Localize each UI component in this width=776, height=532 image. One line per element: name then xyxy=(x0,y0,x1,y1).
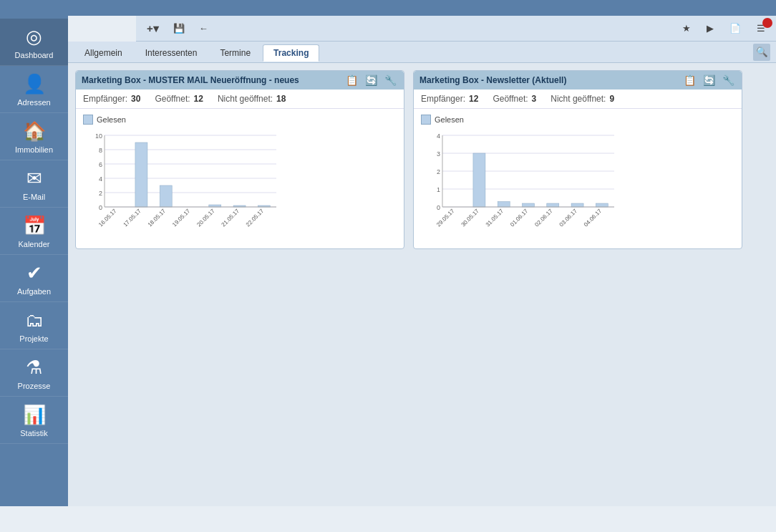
svg-text:03.06.17: 03.06.17 xyxy=(558,208,579,228)
mbox-settings-btn[interactable]: 🔧 xyxy=(383,74,398,86)
sidebar-item-immobilien[interactable]: 🏠Immobilien xyxy=(0,113,68,160)
sidebar-item-prozesse[interactable]: ⚗Prozesse xyxy=(0,349,68,397)
mbox-chart-area: Gelesen 0123429.05.1730.05.1731.05.1701.… xyxy=(414,109,742,246)
tabs-bar: AllgemeinInteressentenTermineTracking🔍 xyxy=(68,42,776,63)
sidebar-label-projekte: Projekte xyxy=(19,334,48,343)
svg-text:19.05.17: 19.05.17 xyxy=(171,208,192,228)
svg-rect-40 xyxy=(498,202,510,208)
sidebar-item-projekte[interactable]: 🗂Projekte xyxy=(0,302,68,349)
mbox-actions: 📋 🔄 🔧 xyxy=(344,74,398,86)
svg-text:20.05.17: 20.05.17 xyxy=(195,208,216,228)
svg-text:8: 8 xyxy=(99,147,102,154)
statistik-icon: 📊 xyxy=(23,404,46,426)
mbox-stats: Empfänger: 30 Geöffnet: 12 Nicht geöffne… xyxy=(76,90,404,109)
chart-svg: 0123429.05.1730.05.1731.05.1701.06.1702.… xyxy=(421,128,621,243)
svg-text:01.06.17: 01.06.17 xyxy=(509,208,530,228)
mbox-copy-btn[interactable]: 📋 xyxy=(682,74,697,86)
sidebar-label-kalender: Kalender xyxy=(18,240,49,248)
toolbar-right: ★ ▶ 📄 ☰ xyxy=(677,20,770,37)
svg-rect-39 xyxy=(473,153,485,207)
mbox-empfaenger: Empfänger: 12 xyxy=(421,94,478,104)
sidebar-item-dashboard[interactable]: ◎Dashboard xyxy=(0,19,68,66)
sidebar-label-statistik: Statistik xyxy=(20,429,48,437)
add-button[interactable]: +▾ xyxy=(142,19,164,38)
nicht-geoeffnet-label: Nicht geöffnet: xyxy=(551,94,606,104)
menu-button[interactable]: ☰ xyxy=(752,20,770,37)
sidebar-label-aufgaben: Aufgaben xyxy=(17,287,51,296)
mbox-title: Marketing Box - MUSTER MAIL Neueröffnung… xyxy=(82,75,344,85)
svg-text:2: 2 xyxy=(99,190,102,197)
svg-text:2: 2 xyxy=(437,168,440,175)
empfaenger-label: Empfänger: xyxy=(421,94,465,104)
sidebar-label-immobilien: Immobilien xyxy=(15,145,53,154)
svg-rect-14 xyxy=(160,185,172,207)
svg-text:4: 4 xyxy=(437,132,440,140)
tab-termine[interactable]: Termine xyxy=(209,44,261,61)
sidebar-item-aufgaben[interactable]: ✔Aufgaben xyxy=(0,255,68,302)
tab-interessenten[interactable]: Interessenten xyxy=(135,44,208,61)
legend-color-box xyxy=(83,115,93,125)
tab-allgemein[interactable]: Allgemein xyxy=(74,44,133,61)
svg-text:0: 0 xyxy=(437,204,440,211)
svg-text:17.05.17: 17.05.17 xyxy=(122,208,142,228)
svg-text:22.05.17: 22.05.17 xyxy=(245,208,266,228)
star-button[interactable]: ★ xyxy=(677,20,696,37)
kalender-icon: 📅 xyxy=(23,215,46,237)
chart-svg: 024681016.05.1717.05.1718.05.1719.05.172… xyxy=(83,128,283,243)
mbox-chart-area: Gelesen 024681016.05.1717.05.1718.05.171… xyxy=(76,109,404,246)
topbar xyxy=(0,0,776,16)
save-button[interactable]: 💾 xyxy=(168,20,190,37)
mbox-nicht-geoeffnet: Nicht geöffnet: 18 xyxy=(218,94,286,104)
nicht-geoeffnet-value: 9 xyxy=(609,94,614,104)
toolbar: +▾ 💾 ← ★ ▶ 📄 ☰ xyxy=(136,16,776,42)
menu-badge xyxy=(762,18,772,28)
chart-legend: Gelesen xyxy=(421,115,734,125)
sidebar-item-email[interactable]: ✉E-Mail xyxy=(0,160,68,208)
tab-search-button[interactable]: 🔍 xyxy=(753,44,770,61)
svg-text:6: 6 xyxy=(99,161,102,168)
empfaenger-value: 30 xyxy=(131,94,140,104)
mbox-geoeffnet: Geöffnet: 12 xyxy=(155,94,203,104)
doc-button[interactable]: 📄 xyxy=(724,20,746,37)
aufgaben-icon: ✔ xyxy=(26,262,42,284)
sidebar-item-statistik[interactable]: 📊Statistik xyxy=(0,397,68,444)
svg-text:04.06.17: 04.06.17 xyxy=(583,208,603,228)
adressen-icon: 👤 xyxy=(23,73,46,95)
svg-rect-42 xyxy=(547,203,559,207)
empfaenger-label: Empfänger: xyxy=(83,94,127,104)
mbox-settings-btn[interactable]: 🔧 xyxy=(721,74,736,86)
svg-text:3: 3 xyxy=(437,150,440,158)
mbox-nicht-geoeffnet: Nicht geöffnet: 9 xyxy=(551,94,614,104)
prozesse-icon: ⚗ xyxy=(26,357,42,379)
marketing-box-box2: Marketing Box - Newsletter (Aktuell) 📋 🔄… xyxy=(413,70,742,249)
mbox-title: Marketing Box - Newsletter (Aktuell) xyxy=(419,75,682,85)
sidebar-item-adressen[interactable]: 👤Adressen xyxy=(0,66,68,113)
nicht-geoeffnet-value: 18 xyxy=(276,94,286,104)
svg-text:30.05.17: 30.05.17 xyxy=(460,208,480,228)
svg-text:21.05.17: 21.05.17 xyxy=(220,208,241,228)
legend-color-box xyxy=(421,115,431,125)
svg-text:0: 0 xyxy=(99,204,102,211)
svg-rect-44 xyxy=(596,203,608,207)
mbox-header: Marketing Box - Newsletter (Aktuell) 📋 🔄… xyxy=(414,71,742,90)
svg-text:10: 10 xyxy=(95,132,102,140)
sidebar-label-dashboard: Dashboard xyxy=(15,51,54,59)
email-icon: ✉ xyxy=(26,168,42,190)
mbox-refresh-btn[interactable]: 🔄 xyxy=(364,74,379,86)
mbox-stats: Empfänger: 12 Geöffnet: 3 Nicht geöffnet… xyxy=(414,90,742,109)
mbox-header: Marketing Box - MUSTER MAIL Neueröffnung… xyxy=(76,71,404,90)
sidebar-item-kalender[interactable]: 📅Kalender xyxy=(0,208,68,255)
mbox-refresh-btn[interactable]: 🔄 xyxy=(702,74,717,86)
back-button[interactable]: ← xyxy=(194,20,213,37)
mbox-copy-btn[interactable]: 📋 xyxy=(344,74,359,86)
geoeffnet-label: Geöffnet: xyxy=(493,94,528,104)
svg-text:4: 4 xyxy=(99,175,102,183)
main-area: +▾ 💾 ← ★ ▶ 📄 ☰ AllgemeinInteressentenTer… xyxy=(68,16,776,506)
play-button[interactable]: ▶ xyxy=(702,20,719,37)
empfaenger-value: 12 xyxy=(469,94,478,104)
legend-label: Gelesen xyxy=(435,115,464,124)
svg-rect-41 xyxy=(523,203,535,207)
tab-tracking[interactable]: Tracking xyxy=(263,44,319,62)
svg-rect-13 xyxy=(135,142,147,207)
chart-legend: Gelesen xyxy=(83,115,397,125)
